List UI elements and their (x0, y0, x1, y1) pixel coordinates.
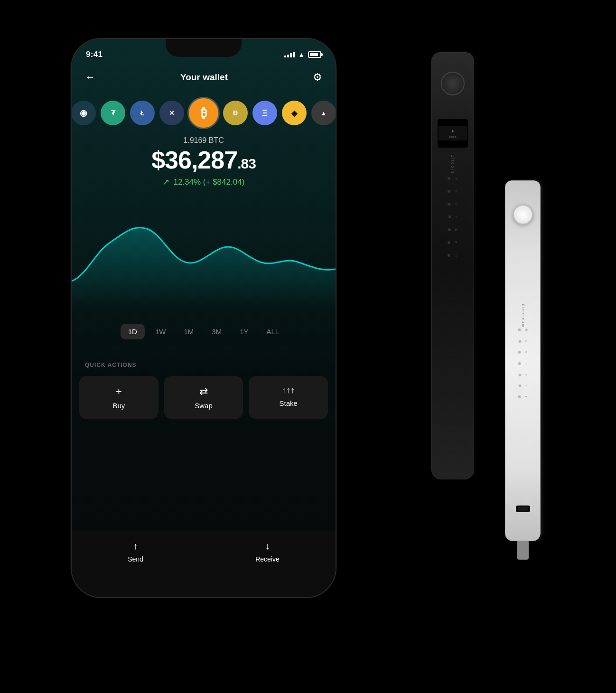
time-period-selector: 1D 1W 1M 3M 1Y ALL (72, 324, 336, 339)
period-1m[interactable]: 1M (176, 324, 201, 339)
period-all[interactable]: ALL (259, 324, 287, 339)
ledger-nano-x: ₿ Bitcoin Bitcoin ▲ ⚙ ✕ + (431, 52, 474, 479)
receive-icon: ↓ (265, 541, 270, 552)
coin-ethereum[interactable]: Ξ (252, 101, 277, 125)
ledger-s-port (516, 506, 530, 512)
swap-label: Swap (195, 402, 213, 410)
signal-icon (284, 52, 295, 57)
price-dollars: $36,287 (151, 146, 237, 174)
buy-icon: + (116, 385, 122, 398)
back-button[interactable]: ← (85, 71, 95, 84)
price-chart (72, 196, 336, 319)
svg-rect-0 (439, 126, 467, 140)
coin-doge[interactable]: Ð (223, 101, 248, 125)
ledger-nano-s: Ethereum ◉ B ✕ ▷ ≡ (505, 180, 541, 541)
change-pct: 12.34% (173, 178, 201, 187)
wifi-icon: ▲ (298, 51, 305, 58)
chart-area (72, 196, 336, 319)
coin-other[interactable]: ◉ (72, 101, 96, 125)
ledger-x-label: Bitcoin (450, 154, 455, 174)
battery-icon (308, 51, 321, 58)
svg-text:Bitcoin: Bitcoin (449, 135, 456, 138)
usb-connector (517, 541, 529, 560)
swap-icon: ⇄ (199, 385, 208, 398)
svg-text:₿: ₿ (452, 130, 454, 132)
ledger-s-button (513, 205, 533, 225)
price-area: 1.9169 BTC $36,287.83 ↗ 12.34% (+ $842.0… (72, 136, 336, 187)
stake-icon: ↑↑↑ (282, 385, 295, 395)
period-1y[interactable]: 1Y (232, 324, 256, 339)
notch (166, 39, 242, 57)
ledger-s-label: Ethereum (521, 304, 525, 328)
status-time: 9:41 (86, 50, 103, 59)
status-icons: ▲ (284, 51, 321, 58)
btc-amount: 1.9169 BTC (81, 136, 326, 145)
coin-bnb[interactable]: ◈ (282, 101, 307, 125)
coin-bitcoin-active[interactable]: ₿ (189, 98, 218, 128)
price-change: ↗ 12.34% (+ $842.04) (81, 177, 326, 187)
send-button[interactable]: ↑ Send (128, 541, 143, 563)
ledger-x-button (441, 72, 465, 95)
coin-selector-row: ◉ ₮ Ł ✕ ₿ Ð Ξ ◈ ▲ (72, 96, 336, 130)
receive-label: Receive (255, 555, 280, 563)
screen: 9:41 ▲ ← Your wallet (72, 39, 336, 597)
coin-litecoin[interactable]: Ł (130, 101, 155, 125)
settings-button[interactable]: ⚙ (313, 71, 322, 84)
send-label: Send (128, 555, 143, 563)
period-1w[interactable]: 1W (148, 324, 174, 339)
page-title: Your wallet (180, 72, 228, 83)
scene: 9:41 ▲ ← Your wallet (47, 14, 569, 679)
nav-bar: ← Your wallet ⚙ (72, 65, 336, 90)
receive-button[interactable]: ↓ Receive (255, 541, 280, 563)
quick-actions-label: QUICK ACTIONS (85, 362, 137, 368)
ledger-s-controls: ◉ B ✕ ▷ ≡ + ▼ (518, 328, 528, 398)
ledger-x-screen: ₿ Bitcoin (438, 119, 468, 148)
phone-device: 9:41 ▲ ← Your wallet (71, 38, 336, 598)
buy-label: Buy (112, 402, 125, 410)
coin-algo[interactable]: ▲ (311, 101, 336, 125)
change-amount: (+ $842.04) (203, 178, 244, 187)
coin-xrp[interactable]: ✕ (159, 101, 184, 125)
period-1d[interactable]: 1D (121, 324, 145, 339)
bottom-navigation: ↑ Send ↓ Receive (72, 531, 336, 597)
coin-tether[interactable]: ₮ (101, 101, 125, 125)
send-icon: ↑ (133, 541, 138, 552)
stake-label: Stake (280, 399, 298, 407)
change-arrow: ↗ (163, 178, 169, 187)
stake-button[interactable]: ↑↑↑ Stake (249, 376, 328, 419)
swap-button[interactable]: ⇄ Swap (164, 376, 243, 419)
price-main: $36,287.83 (81, 148, 326, 172)
quick-actions: + Buy ⇄ Swap ↑↑↑ Stake (79, 376, 328, 419)
buy-button[interactable]: + Buy (79, 376, 159, 419)
price-cents: .83 (237, 156, 256, 171)
period-3m[interactable]: 3M (204, 324, 229, 339)
ledger-x-controls: ▲ ⚙ ✕ + ▶ ▼ ◻ (448, 176, 458, 257)
